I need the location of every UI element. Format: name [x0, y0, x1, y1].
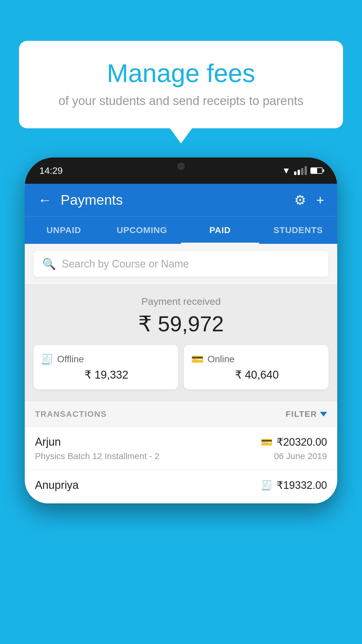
offline-icon: 🧾 — [41, 353, 53, 365]
phone-body: 14:29 ▼ ← P — [25, 158, 337, 503]
offline-amount: ₹ 19,332 — [41, 368, 171, 381]
transaction-amount: ₹20320.00 — [277, 436, 327, 448]
online-label: Online — [208, 354, 235, 365]
search-bar[interactable]: 🔍 Search by Course or Name — [34, 251, 328, 277]
transaction-amount: ₹19332.00 — [277, 479, 327, 491]
filter-icon — [320, 412, 327, 416]
online-amount: ₹ 40,640 — [191, 368, 321, 381]
transaction-date: 06 June 2019 — [274, 451, 327, 461]
table-row[interactable]: Arjun 💳 ₹20320.00 Physics Batch 12 Insta… — [25, 427, 337, 470]
tab-students[interactable]: STUDENTS — [259, 216, 337, 244]
transactions-header: TRANSACTIONS FILTER — [25, 401, 337, 427]
online-icon: 💳 — [191, 353, 203, 365]
payment-received-label: Payment received — [34, 296, 328, 307]
payment-received-section: Payment received ₹ 59,972 🧾 Offline ₹ 19… — [25, 284, 337, 401]
payment-received-amount: ₹ 59,972 — [34, 311, 328, 336]
status-time: 14:29 — [39, 165, 63, 176]
status-bar: 14:29 ▼ — [25, 158, 337, 184]
tab-unpaid[interactable]: UNPAID — [25, 216, 103, 244]
course-info: Physics Batch 12 Installment - 2 — [35, 451, 159, 461]
tab-bar: UNPAID UPCOMING PAID STUDENTS — [25, 216, 337, 244]
phone-screen: ← Payments ⚙ + UNPAID UPCOMING PAID STUD… — [25, 184, 337, 503]
header-right: ⚙ + — [294, 192, 324, 208]
transactions-label: TRANSACTIONS — [35, 410, 107, 419]
transaction-right: 💳 ₹20320.00 — [261, 436, 327, 448]
tab-upcoming[interactable]: UPCOMING — [103, 216, 181, 244]
status-icons: ▼ — [282, 166, 323, 176]
payment-type-icon: 💳 — [261, 437, 273, 448]
table-row[interactable]: Anupriya 🧾 ₹19332.00 — [25, 470, 337, 503]
student-name: Anupriya — [35, 479, 79, 491]
settings-icon[interactable]: ⚙ — [294, 192, 306, 208]
filter-button[interactable]: FILTER — [286, 410, 327, 419]
phone-mockup: 14:29 ▼ ← P — [25, 158, 337, 644]
camera — [178, 163, 184, 170]
battery-icon — [310, 167, 323, 174]
speech-bubble-subtitle: of your students and send receipts to pa… — [34, 94, 328, 108]
offline-label: Offline — [57, 354, 84, 365]
header-left: ← Payments — [38, 192, 123, 208]
tab-paid[interactable]: PAID — [181, 216, 259, 244]
phone-notch — [158, 158, 204, 175]
add-icon[interactable]: + — [316, 192, 324, 208]
transaction-right: 🧾 ₹19332.00 — [261, 479, 327, 491]
wifi-icon: ▼ — [282, 166, 291, 176]
search-icon: 🔍 — [42, 258, 56, 270]
payment-cards: 🧾 Offline ₹ 19,332 💳 Online ₹ 40,640 — [34, 345, 328, 389]
student-name: Arjun — [35, 436, 61, 448]
online-card: 💳 Online ₹ 40,640 — [184, 345, 328, 389]
signal-icon — [294, 166, 307, 175]
speech-bubble: Manage fees of your students and send re… — [19, 41, 343, 128]
filter-label: FILTER — [286, 410, 317, 419]
search-placeholder: Search by Course or Name — [62, 258, 189, 270]
offline-card: 🧾 Offline ₹ 19,332 — [34, 345, 178, 389]
page-title: Payments — [61, 192, 123, 208]
speech-bubble-title: Manage fees — [34, 58, 328, 88]
payment-type-icon: 🧾 — [261, 480, 273, 491]
app-header: ← Payments ⚙ + — [25, 184, 337, 216]
back-button[interactable]: ← — [38, 192, 52, 208]
